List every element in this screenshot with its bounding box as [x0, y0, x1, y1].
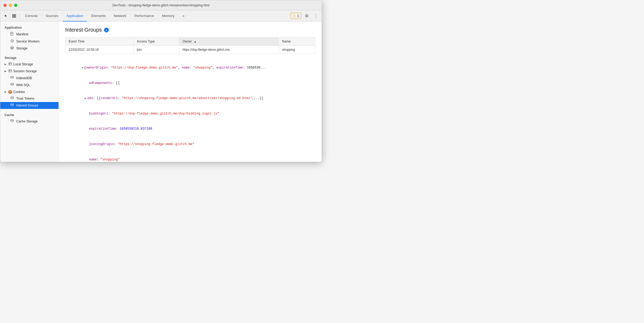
json-line-3: ▶ads: [{renderUrl: "https://shopping-fle… [65, 91, 315, 106]
minimize-button[interactable] [9, 4, 12, 7]
maximize-button[interactable] [14, 4, 17, 7]
svg-rect-16 [9, 70, 12, 72]
svg-point-19 [11, 76, 13, 77]
sidebar: Application Manifest [0, 22, 59, 162]
json-line-5: expirationTime: 1650538216.837188 [65, 121, 315, 137]
expand-ads-triangle[interactable]: ▶ [85, 97, 86, 100]
interest-groups-label: Interest Groups [16, 104, 38, 107]
sidebar-item-local-storage[interactable]: ▶ Local Storage [0, 61, 59, 68]
svg-point-22 [11, 104, 13, 105]
local-storage-icon [8, 62, 12, 66]
session-storage-icon [8, 69, 12, 73]
sidebar-item-service-workers[interactable]: Service Workers [0, 38, 59, 45]
indexeddb-icon [10, 76, 14, 80]
sidebar-item-web-sql[interactable]: Web SQL [0, 82, 59, 88]
tab-performance[interactable]: Performance [131, 10, 158, 22]
info-icon[interactable]: i [104, 28, 109, 32]
json-line-2: adComponents: [] [65, 76, 315, 91]
col-owner[interactable]: Owner ▲ [179, 37, 279, 46]
indexeddb-label: IndexedDB [16, 76, 32, 80]
trust-tokens-icon [10, 96, 14, 101]
tab-console[interactable]: Console [21, 10, 41, 22]
svg-rect-0 [13, 14, 14, 16]
trust-tokens-label: Trust Tokens [16, 97, 34, 100]
sidebar-item-manifest[interactable]: Manifest [0, 31, 59, 38]
settings-button[interactable]: ⚙ [303, 12, 310, 20]
json-line-7: name: "shopping" [65, 152, 315, 162]
sidebar-item-cache-storage[interactable]: Cache Storage [0, 118, 59, 125]
toolbar-right: ⚠ 1 ⚙ ⋮ [290, 12, 319, 20]
storage-icon [10, 46, 14, 50]
main-layout: Application Manifest [0, 22, 322, 162]
svg-point-23 [11, 120, 13, 121]
tab-application[interactable]: Application [63, 10, 87, 22]
window-title: DevTools - shopping-fledge-demo.glitch.m… [113, 3, 210, 7]
service-workers-label: Service Workers [16, 40, 40, 43]
cache-storage-icon [10, 119, 14, 124]
sidebar-section-cache: Cache [0, 111, 59, 118]
toolbar-divider [19, 13, 20, 19]
sort-arrow-icon: ▲ [194, 40, 197, 43]
svg-point-9 [12, 41, 13, 41]
cursor-icon-button[interactable] [2, 12, 10, 20]
close-button[interactable] [3, 4, 7, 7]
tab-memory[interactable]: Memory [158, 10, 178, 22]
cell-name: shopping [279, 46, 315, 54]
more-options-button[interactable]: ⋮ [312, 12, 319, 20]
svg-point-21 [11, 97, 13, 98]
interest-groups-icon [10, 103, 14, 108]
manifest-icon [10, 32, 14, 36]
sidebar-section-storage: Storage [0, 54, 59, 61]
web-sql-label: Web SQL [16, 83, 30, 87]
sidebar-item-session-storage[interactable]: ▶ Session Storage [0, 68, 59, 75]
cell-owner: https://dsp-fledge-demo.glitch.me [179, 46, 279, 54]
traffic-lights [3, 4, 17, 7]
sidebar-item-cookies[interactable]: ▶ 🍪 Cookies [0, 88, 59, 95]
sidebar-item-indexeddb[interactable]: IndexedDB [0, 75, 59, 82]
svg-rect-2 [13, 16, 14, 18]
svg-rect-13 [9, 63, 12, 65]
tab-sources[interactable]: Sources [42, 10, 62, 22]
toolbar: Console Sources Application Elements Net… [0, 10, 322, 22]
cookies-label: Cookies [13, 90, 25, 94]
inspect-icon-button[interactable] [10, 12, 18, 20]
cache-storage-label: Cache Storage [16, 120, 38, 123]
warning-icon: ⚠ [293, 14, 296, 18]
page-title: Interest Groups [65, 27, 102, 33]
col-event-time[interactable]: Event Time [65, 37, 134, 46]
table-row[interactable]: 22/03/2022, 10:50:16 join https://dsp-fl… [65, 46, 315, 54]
expand-root-triangle[interactable]: ▼ [82, 67, 83, 69]
storage-label: Storage [16, 46, 27, 50]
json-line-6: joiningOrigin: "https://shopping-fledge-… [65, 137, 315, 152]
expand-cookies-arrow: ▶ [5, 91, 6, 93]
cell-access-type: join [134, 46, 179, 54]
session-storage-label: Session Storage [13, 69, 37, 73]
content-area: Interest Groups i Event Time Access Type… [59, 22, 322, 162]
service-workers-icon [10, 39, 14, 44]
web-sql-icon [10, 83, 14, 87]
json-line-4: biddingUrl: "https://dsp-fledge-demo.gli… [65, 106, 315, 122]
expand-session-storage-arrow: ▶ [5, 70, 6, 73]
tab-elements[interactable]: Elements [88, 10, 109, 22]
content-title: Interest Groups i [65, 27, 315, 33]
svg-point-12 [11, 46, 13, 48]
svg-point-20 [11, 83, 13, 84]
cell-event-time: 22/03/2022, 10:50:16 [65, 46, 134, 54]
cookies-icon: 🍪 [8, 90, 12, 94]
sidebar-item-storage[interactable]: Storage [0, 45, 59, 52]
sidebar-item-trust-tokens[interactable]: Trust Tokens [0, 95, 59, 102]
expand-local-storage-arrow: ▶ [5, 63, 6, 66]
local-storage-label: Local Storage [13, 62, 33, 66]
tab-more[interactable]: » [179, 10, 188, 22]
sidebar-item-interest-groups[interactable]: Interest Groups [0, 102, 59, 109]
warning-badge[interactable]: ⚠ 1 [290, 13, 301, 19]
interest-groups-table: Event Time Access Type Owner ▲ Name [65, 37, 315, 54]
manifest-label: Manifest [16, 32, 28, 36]
json-detail-viewer: ▼{ownerOrigin: "https://dsp-fledge-demo.… [65, 58, 315, 162]
col-access-type[interactable]: Access Type [134, 37, 179, 46]
sidebar-section-application: Application [0, 24, 59, 31]
col-name[interactable]: Name [279, 37, 315, 46]
tab-network[interactable]: Network [110, 10, 130, 22]
warning-count: 1 [297, 14, 299, 18]
svg-rect-1 [14, 14, 16, 16]
